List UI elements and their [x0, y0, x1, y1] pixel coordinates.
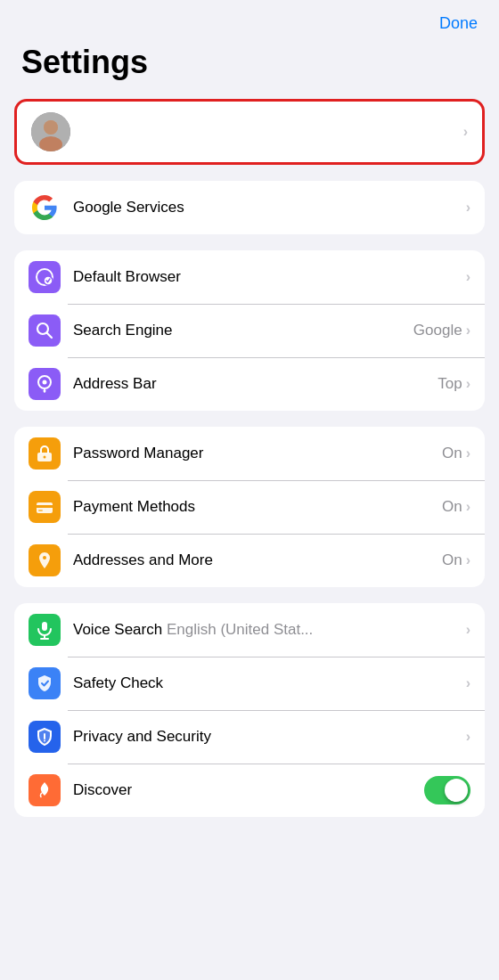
payment-methods-icon	[29, 491, 61, 523]
password-manager-chevron: ›	[466, 445, 470, 461]
address-bar-chevron: ›	[466, 376, 470, 392]
voice-search-chevron: ›	[466, 622, 470, 638]
voice-search-icon	[29, 614, 61, 646]
safety-check-label: Safety Check	[73, 674, 466, 692]
default-browser-chevron: ›	[466, 269, 470, 285]
default-browser-icon	[29, 261, 61, 293]
payment-methods-chevron: ›	[466, 499, 470, 515]
address-bar-icon	[29, 368, 61, 400]
done-button[interactable]: Done	[439, 14, 478, 33]
profile-row[interactable]: ›	[17, 102, 482, 162]
addresses-more-row[interactable]: Addresses and More On ›	[14, 534, 485, 587]
safety-check-chevron: ›	[466, 675, 470, 691]
password-manager-label: Password Manager	[73, 445, 442, 462]
svg-point-20	[44, 740, 45, 742]
svg-point-9	[43, 380, 47, 385]
discover-icon	[29, 774, 61, 806]
addresses-more-value: On	[442, 551, 462, 569]
voice-search-row[interactable]: Voice Search English (United Stat... ›	[14, 603, 485, 657]
svg-rect-14	[38, 510, 43, 511]
default-browser-row[interactable]: Default Browser ›	[14, 250, 485, 304]
privacy-security-row[interactable]: Privacy and Security ›	[14, 710, 485, 764]
safety-check-row[interactable]: Safety Check ›	[14, 657, 485, 710]
privacy-security-label: Privacy and Security	[73, 728, 466, 746]
autofill-section: Password Manager On › Payment Methods On…	[14, 427, 485, 587]
payment-methods-label: Payment Methods	[73, 498, 442, 516]
profile-section: ›	[14, 99, 485, 165]
privacy-security-chevron: ›	[466, 729, 470, 745]
svg-point-15	[43, 556, 46, 559]
settings-screen: Done Settings ›	[0, 0, 499, 980]
top-bar: Done	[0, 0, 499, 37]
password-manager-row[interactable]: Password Manager On ›	[14, 427, 485, 480]
discover-row[interactable]: Discover	[14, 764, 485, 817]
page-title: Settings	[0, 37, 499, 99]
payment-methods-value: On	[442, 498, 462, 516]
search-engine-row[interactable]: Search Engine Google ›	[14, 304, 485, 357]
discover-toggle[interactable]	[424, 776, 470, 804]
default-browser-label: Default Browser	[73, 268, 466, 286]
privacy-security-icon	[29, 721, 61, 753]
payment-methods-row[interactable]: Payment Methods On ›	[14, 480, 485, 534]
search-engine-icon	[29, 314, 61, 347]
google-icon	[29, 192, 61, 224]
address-bar-label: Address Bar	[73, 375, 438, 393]
avatar	[31, 112, 70, 151]
google-services-chevron: ›	[466, 200, 470, 216]
safety-check-icon	[29, 667, 61, 699]
profile-chevron: ›	[463, 124, 468, 140]
address-bar-row[interactable]: Address Bar Top ›	[14, 357, 485, 411]
features-section: Voice Search English (United Stat... › S…	[14, 603, 485, 817]
password-manager-icon	[29, 437, 61, 470]
discover-label: Discover	[73, 781, 424, 799]
voice-search-label: Voice Search English (United Stat...	[73, 621, 466, 639]
svg-point-11	[44, 456, 46, 459]
google-services-row[interactable]: Google Services ›	[14, 181, 485, 234]
search-engine-label: Search Engine	[73, 322, 413, 339]
search-engine-chevron: ›	[466, 323, 470, 339]
address-bar-value: Top	[438, 375, 462, 393]
google-services-label: Google Services	[73, 199, 466, 216]
discover-toggle-container	[424, 776, 470, 804]
svg-point-3	[44, 120, 58, 135]
addresses-more-icon	[29, 544, 61, 576]
svg-rect-16	[42, 622, 47, 631]
svg-line-7	[47, 333, 53, 339]
browser-settings-section: Default Browser › Search Engine Google ›	[14, 250, 485, 411]
addresses-more-label: Addresses and More	[73, 551, 442, 569]
password-manager-value: On	[442, 445, 462, 462]
addresses-more-chevron: ›	[466, 552, 470, 568]
svg-rect-13	[37, 505, 53, 508]
google-section: Google Services ›	[14, 181, 485, 234]
search-engine-value: Google	[413, 322, 462, 339]
